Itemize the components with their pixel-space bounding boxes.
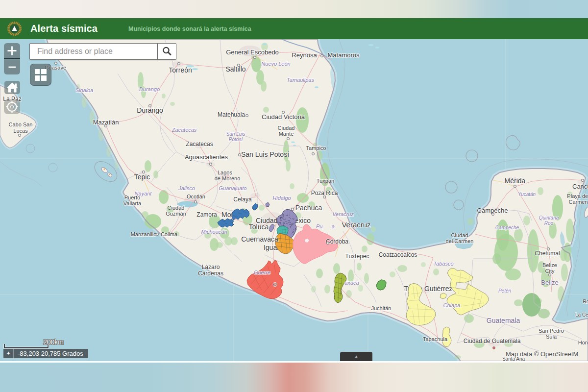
svg-text:Tuxtepec: Tuxtepec: [345, 253, 369, 260]
svg-text:Campeche: Campeche: [495, 225, 519, 230]
svg-text:Matamoros: Matamoros: [327, 51, 360, 59]
svg-text:Sinaloa: Sinaloa: [75, 87, 94, 93]
svg-text:Zamora: Zamora: [196, 211, 217, 218]
svg-text:Playa del: Playa del: [567, 193, 588, 199]
svg-text:Aguascalientes: Aguascalientes: [185, 153, 228, 161]
svg-text:San Pedro: San Pedro: [539, 328, 564, 334]
svg-text:Ciudad Victoria: Ciudad Victoria: [262, 113, 305, 121]
svg-text:Hidalgo: Hidalgo: [272, 195, 291, 201]
svg-text:Durango: Durango: [137, 106, 163, 114]
svg-text:Guerre: Guerre: [254, 270, 270, 275]
svg-text:Chetumal: Chetumal: [535, 250, 560, 257]
svg-text:o: o: [273, 280, 276, 288]
svg-text:Tepic: Tepic: [134, 173, 150, 181]
svg-text:Belize: Belize: [542, 262, 557, 268]
svg-text:del Carmen: del Carmen: [446, 238, 474, 244]
svg-text:Ciudad de Guatemala: Ciudad de Guatemala: [464, 338, 521, 344]
svg-text:Veracruz: Veracruz: [342, 220, 370, 229]
svg-text:Tabasco: Tabasco: [433, 261, 453, 267]
svg-text:Cancú: Cancú: [572, 183, 588, 190]
svg-text:Durango: Durango: [139, 86, 160, 92]
svg-text:Lucas: Lucas: [13, 128, 28, 134]
svg-text:San Luis Potosí: San Luis Potosí: [241, 150, 289, 158]
svg-text:Lázaro: Lázaro: [202, 264, 220, 270]
svg-text:Matehuala: Matehuala: [218, 111, 245, 118]
svg-text:Pachuca: Pachuca: [295, 204, 322, 212]
svg-text:Roo: Roo: [544, 220, 554, 226]
svg-text:Nuevo León: Nuevo León: [261, 61, 290, 67]
svg-text:Potosí: Potosí: [229, 137, 244, 142]
svg-text:San Luis: San Luis: [226, 131, 245, 137]
svg-text:Guanajuato: Guanajuato: [219, 185, 247, 191]
svg-text:General Escobedo: General Escobedo: [226, 49, 279, 56]
svg-text:Mante: Mante: [279, 131, 294, 137]
svg-text:Lagos: Lagos: [218, 170, 232, 175]
svg-text:Quintana: Quintana: [539, 215, 559, 220]
svg-text:Ciudad: Ciudad: [278, 125, 295, 131]
svg-text:Colima: Colima: [161, 231, 178, 237]
svg-text:Vallarta: Vallarta: [123, 200, 142, 206]
svg-text:Yucatán: Yucatán: [518, 192, 536, 197]
svg-text:Cabo San: Cabo San: [9, 122, 33, 127]
svg-text:Ro: Ro: [583, 299, 588, 304]
svg-text:Cuernavaca: Cuernavaca: [241, 235, 278, 243]
svg-text:Jalisco: Jalisco: [178, 185, 195, 191]
svg-text:Nayarit: Nayarit: [135, 191, 152, 196]
svg-text:Tapachula: Tapachula: [423, 336, 448, 342]
svg-text:Hon: Hon: [578, 340, 588, 345]
svg-text:Ocotlán: Ocotlán: [187, 194, 205, 199]
svg-text:Belize: Belize: [541, 279, 558, 286]
svg-text:Tampico: Tampico: [306, 145, 326, 151]
svg-text:Cárdenas: Cárdenas: [198, 270, 223, 277]
svg-text:Tuxpan: Tuxpan: [317, 178, 334, 184]
svg-text:de Moreno: de Moreno: [215, 175, 241, 181]
svg-text:La Cei: La Cei: [575, 312, 588, 318]
svg-text:Veracruz: Veracruz: [332, 211, 354, 217]
svg-text:Reynosa: Reynosa: [292, 51, 317, 59]
svg-text:Zacatecas: Zacatecas: [172, 127, 197, 133]
svg-text:Ciudad: Ciudad: [168, 205, 185, 211]
svg-text:Pu a: Pu a: [316, 223, 335, 229]
svg-text:Ciudad: Ciudad: [451, 232, 468, 238]
svg-text:Michoacán: Michoacán: [201, 229, 227, 235]
svg-text:Celaya: Celaya: [233, 196, 252, 203]
svg-text:axaca: axaca: [344, 280, 359, 286]
svg-text:Saltillo: Saltillo: [225, 65, 245, 73]
svg-text:Tamaulipas: Tamaulipas: [287, 77, 314, 83]
svg-text:Manzanillo: Manzanillo: [131, 231, 157, 237]
svg-text:Torreón: Torreón: [169, 66, 192, 74]
svg-text:Juchitán: Juchitán: [371, 305, 392, 311]
svg-text:Chiapa: Chiapa: [443, 302, 461, 308]
svg-text:Guzmán: Guzmán: [166, 211, 186, 217]
svg-text:City: City: [545, 268, 555, 274]
svg-text:Zacatecas: Zacatecas: [186, 141, 213, 147]
svg-text:Mérida: Mérida: [505, 177, 526, 185]
svg-text:Córdoba: Córdoba: [326, 238, 348, 245]
svg-text:Carmen: Carmen: [568, 199, 588, 205]
svg-text:Guatemala: Guatemala: [487, 317, 520, 324]
svg-text:Coatzacoalcos: Coatzacoalcos: [379, 251, 417, 258]
svg-text:Sula: Sula: [546, 334, 557, 340]
svg-text:Toluca: Toluca: [249, 223, 269, 231]
svg-text:Poza Rica: Poza Rica: [311, 190, 338, 196]
svg-text:Petén: Petén: [498, 288, 512, 294]
